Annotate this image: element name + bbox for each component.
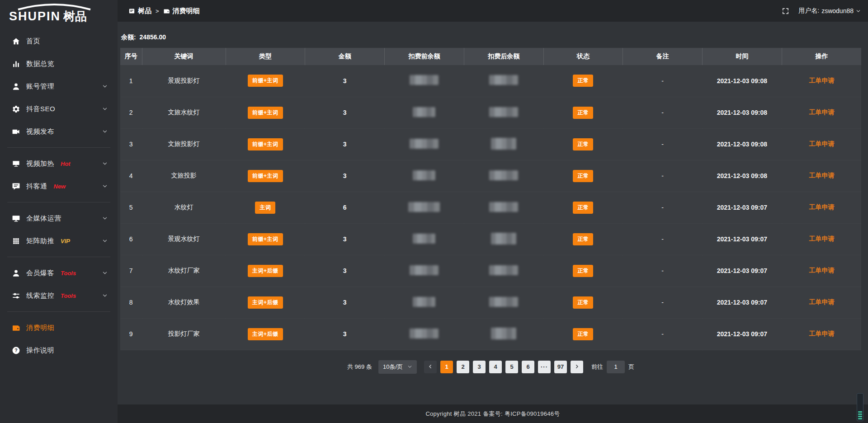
table-row: 3文旅投影灯前缀+主词3正常-2021-12-03 09:08工单申请 [120,128,861,160]
cell-balance-after [464,65,543,97]
redacted-balance-after [489,297,518,307]
next-page-button[interactable] [571,361,583,373]
cell-status: 正常 [543,318,623,350]
cell-type: 主词+后缀 [226,318,305,350]
cell-type: 前缀+主词 [226,97,305,128]
cell-time: 2021-12-03 09:08 [703,65,782,97]
ticket-apply-link[interactable]: 工单申请 [809,172,834,179]
status-badge: 正常 [573,107,593,119]
sidebar-item-all-media[interactable]: 全媒体运营 [0,207,118,230]
sidebar-item-video-publish[interactable]: 视频发布 [0,120,118,143]
breadcrumb-item-current[interactable]: 消费明细 [163,7,200,15]
chevron-down-icon [102,293,108,298]
ticket-apply-link[interactable]: 工单申请 [809,140,834,147]
user-menu[interactable]: 用户名: zswodun88 [798,7,861,15]
sidebar-item-member-burst[interactable]: 会员爆客Tools [0,262,118,284]
cell-keyword: 水纹灯效果 [142,287,226,318]
sidebar-item-instructions[interactable]: ?操作说明 [0,339,118,362]
goto-page-input[interactable] [607,361,625,373]
sidebar-item-label: 首页 [26,37,40,46]
cell-balance-before [385,65,464,97]
column-header: 状态 [543,48,623,65]
redacted-balance-before [413,297,435,307]
cell-action: 工单申请 [782,65,861,97]
cell-action: 工单申请 [782,255,861,287]
fullscreen-icon[interactable] [782,7,789,15]
ticket-apply-link[interactable]: 工单申请 [809,330,834,337]
username-label: 用户名: [798,7,819,15]
page-button-1[interactable]: 1 [440,361,453,373]
sidebar-item-douyin-seo[interactable]: 抖音SEO [0,98,118,120]
cell-status: 正常 [543,65,623,97]
cell-balance-before [385,160,464,192]
ticket-apply-link[interactable]: 工单申请 [809,108,834,116]
column-header: 扣费后余额 [464,48,543,65]
type-badge: 主词+后缀 [248,296,283,309]
side-widget[interactable] [857,393,863,421]
ticket-apply-link[interactable]: 工单申请 [809,203,834,211]
cell-remark: - [623,192,703,223]
type-badge: 前缀+主词 [248,170,283,182]
cell-amount: 3 [305,318,385,350]
sidebar-item-data-overview[interactable]: 数据总览 [0,52,118,75]
sidebar-item-video-heat[interactable]: 视频加热Hot [0,152,118,175]
ticket-apply-link[interactable]: 工单申请 [809,77,834,84]
cell-type: 前缀+主词 [226,128,305,160]
type-badge: 前缀+主词 [248,107,283,119]
ticket-apply-link[interactable]: 工单申请 [809,267,834,274]
sidebar-item-label: 视频发布 [26,127,54,136]
ticket-apply-link[interactable]: 工单申请 [809,235,834,242]
prev-page-button[interactable] [424,361,437,373]
breadcrumb: 树品 > 消费明细 [128,7,200,15]
status-badge: 正常 [573,265,593,277]
cell-time: 2021-12-03 09:07 [703,223,782,255]
sidebar-divider [7,311,110,312]
page-button-5[interactable]: 5 [505,361,518,373]
sidebar-item-label: 视频加热 [26,160,54,168]
page-button-2[interactable]: 2 [457,361,469,373]
cell-amount: 3 [305,128,385,160]
sidebar-item-account-manage[interactable]: 账号管理 [0,75,118,98]
page-button-3[interactable]: 3 [473,361,486,373]
breadcrumb-item-home[interactable]: 树品 [128,7,151,15]
sidebar-item-home[interactable]: 首页 [0,30,118,52]
page-button-97[interactable]: 97 [554,361,567,373]
sidebar-item-tag: Hot [61,160,71,167]
sidebar-item-lead-monitor[interactable]: 线索监控Tools [0,284,118,307]
status-badge: 正常 [573,328,593,340]
column-header: 备注 [623,48,703,65]
svg-text:?: ? [14,348,18,353]
sidebar-item-label: 抖音SEO [26,105,55,113]
chevron-down-icon [102,84,108,89]
sidebar-item-tag: Tools [61,292,76,299]
goto-label: 前往 [591,363,603,371]
cell-balance-after [464,160,543,192]
cell-index: 2 [120,97,142,128]
sidebar-item-tag: New [54,183,66,190]
sidebar-item-consumption-detail[interactable]: 消费明细 [0,316,118,339]
sidebar-item-douketong[interactable]: 抖客通New [0,175,118,197]
cell-action: 工单申请 [782,192,861,223]
ticket-apply-link[interactable]: 工单申请 [809,298,834,306]
topbar-right: 用户名: zswodun88 [782,7,861,15]
table-body: 1景观投影灯前缀+主词3正常-2021-12-03 09:08工单申请2文旅水纹… [120,65,861,350]
page-ellipsis-button[interactable]: ··· [538,361,551,373]
sidebar-item-matrix-boost[interactable]: 矩阵助推VIP [0,230,118,252]
brand-logo[interactable]: SHUPIN 树品 [0,0,118,25]
page-size-select[interactable]: 10条/页 [378,360,417,374]
chevron-left-icon [428,364,433,369]
cell-balance-before [385,255,464,287]
page-button-4[interactable]: 4 [489,361,502,373]
redacted-balance-before [410,265,439,275]
cell-remark: - [623,318,703,350]
page-buttons: 123456···97 [440,361,567,373]
status-badge: 正常 [573,75,593,87]
cell-status: 正常 [543,128,623,160]
video-icon [12,127,20,136]
sidebar-menu: 首页数据总览账号管理抖音SEO视频发布视频加热Hot抖客通New全媒体运营矩阵助… [0,30,118,362]
page-button-6[interactable]: 6 [522,361,534,373]
cell-time: 2021-12-03 09:07 [703,255,782,287]
chevron-down-icon [102,270,108,276]
cell-balance-after [464,255,543,287]
table-row: 6景观水纹灯前缀+主词3正常-2021-12-03 09:07工单申请 [120,223,861,255]
